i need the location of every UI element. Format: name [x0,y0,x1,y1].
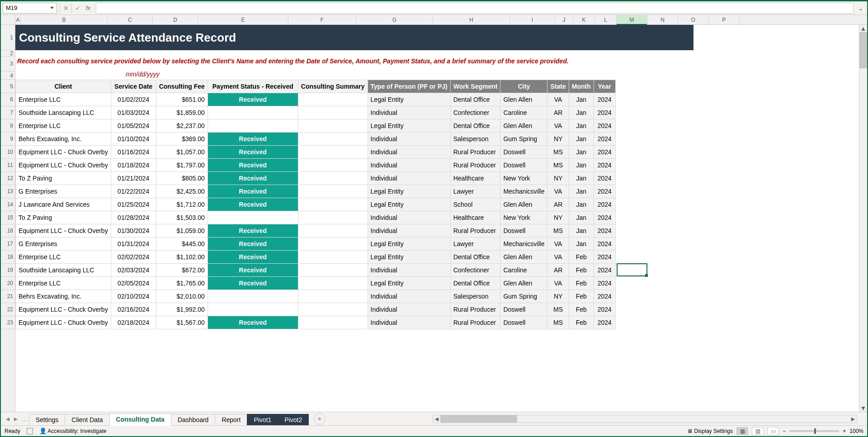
cell[interactable]: MS [547,316,569,329]
column-header-B[interactable]: B [21,15,108,24]
payment-status-cell[interactable]: Received [208,316,298,329]
cell[interactable] [298,133,368,146]
cell[interactable]: Glen Allen [500,277,547,290]
cell[interactable]: Jan [569,93,594,106]
cell[interactable]: To Z Paving [16,172,111,185]
cell[interactable]: Doswell [500,224,547,238]
cell[interactable]: $2,425.00 [156,185,208,198]
cell[interactable]: Jan [569,172,594,185]
cell[interactable]: Jan [569,119,594,133]
zoom-level[interactable]: 100% [849,428,863,434]
payment-status-cell[interactable] [208,119,298,133]
cell[interactable]: Jan [569,133,594,146]
cell[interactable]: Salesperson [450,133,500,146]
cell[interactable]: Glen Allen [500,251,547,264]
cell[interactable]: 2024 [594,146,615,159]
page-layout-view-button[interactable]: ▤ [752,427,764,435]
tab-report[interactable]: Report [215,414,247,425]
cell[interactable]: 02/16/2024 [111,303,156,316]
cell[interactable]: New York [500,211,547,224]
cell[interactable]: $672.00 [156,264,208,277]
cell[interactable] [298,159,368,172]
th-type[interactable]: Type of Person (PF or PJ) [368,80,450,93]
cell[interactable]: 01/18/2024 [111,159,156,172]
add-sheet-button[interactable]: ＋ [314,413,326,425]
cell[interactable]: Gum Spring [500,133,547,146]
cell[interactable]: 2024 [594,185,615,198]
payment-status-cell[interactable]: Received [208,93,298,106]
column-header-M[interactable]: M [617,15,647,24]
cell[interactable]: 01/25/2024 [111,198,156,211]
tab-pivot1[interactable]: Pivot1 [247,414,278,425]
cell[interactable]: 01/03/2024 [111,106,156,119]
cell[interactable]: NY [547,290,569,303]
payment-status-cell[interactable]: Received [208,198,298,211]
cell[interactable]: 01/10/2024 [111,133,156,146]
vscroll-track[interactable] [859,32,867,404]
th-city[interactable]: City [500,80,547,93]
cell[interactable]: Lawyer [450,238,500,251]
cell[interactable]: Jan [569,198,594,211]
cell[interactable]: Legal Entity [368,251,450,264]
cell[interactable] [298,172,368,185]
cell[interactable]: G Enterprises [16,238,111,251]
column-header-J[interactable]: J [555,15,573,24]
column-header-I[interactable]: I [510,15,555,24]
cell[interactable]: Healthcare [450,211,500,224]
cell[interactable]: Doswell [500,146,547,159]
cell[interactable]: Jan [569,224,594,238]
cell[interactable]: Mechanicsville [500,238,547,251]
cell[interactable] [298,264,368,277]
cell[interactable]: $1,567.00 [156,316,208,329]
cell[interactable]: 02/02/2024 [111,251,156,264]
cell[interactable]: 2024 [594,316,615,329]
row-header-17[interactable]: 17 [1,238,15,251]
cell[interactable]: 2024 [594,290,615,303]
cell[interactable] [298,277,368,290]
accessibility-status[interactable]: 👤 Accessibility: Investigate [39,428,107,434]
payment-status-cell[interactable]: Received [208,133,298,146]
cell[interactable]: Rural Producer [450,316,500,329]
cell[interactable]: Individual [368,290,450,303]
cell[interactable]: Individual [368,264,450,277]
column-header-N[interactable]: N [647,15,678,24]
hscroll-track[interactable] [440,415,849,423]
cell[interactable] [298,238,368,251]
cell[interactable]: VA [547,93,569,106]
cell[interactable]: 01/02/2024 [111,93,156,106]
cell[interactable]: $1,992.00 [156,303,208,316]
cell[interactable]: Individual [368,224,450,238]
zoom-out-button[interactable]: − [783,428,786,434]
cell[interactable]: 2024 [594,159,615,172]
column-header-F[interactable]: F [288,15,356,24]
payment-status-cell[interactable]: Received [208,251,298,264]
th-state[interactable]: State [547,80,569,93]
cancel-formula-button[interactable]: ✕ [60,3,71,14]
cell[interactable]: Confectioner [450,264,500,277]
cell[interactable]: Doswell [500,159,547,172]
cell[interactable]: Enterprise LLC [16,277,111,290]
cell[interactable]: Individual [368,172,450,185]
payment-status-cell[interactable] [208,211,298,224]
cell[interactable]: Legal Entity [368,198,450,211]
payment-status-cell[interactable]: Received [208,264,298,277]
vscroll-thumb[interactable] [859,32,867,68]
cell[interactable]: Doswell [500,316,547,329]
th-year[interactable]: Year [594,80,615,93]
cell[interactable]: VA [547,238,569,251]
cell[interactable] [298,198,368,211]
payment-status-cell[interactable]: Received [208,185,298,198]
row-header-6[interactable]: 6 [1,93,15,106]
cell[interactable]: Glen Allen [500,93,547,106]
payment-status-cell[interactable]: Received [208,159,298,172]
payment-status-cell[interactable]: Received [208,146,298,159]
cell[interactable]: Rural Producer [450,303,500,316]
cell[interactable]: Behrs Excavating, Inc. [16,290,111,303]
column-header-H[interactable]: H [433,15,510,24]
cell[interactable]: G Enterprises [16,185,111,198]
expand-formula-button[interactable]: ⌄ [856,3,865,14]
row-header-10[interactable]: 10 [1,146,15,159]
cell[interactable] [298,251,368,264]
cell[interactable]: Legal Entity [368,93,450,106]
cell[interactable]: Equipment LLC - Chuck Overby [16,303,111,316]
